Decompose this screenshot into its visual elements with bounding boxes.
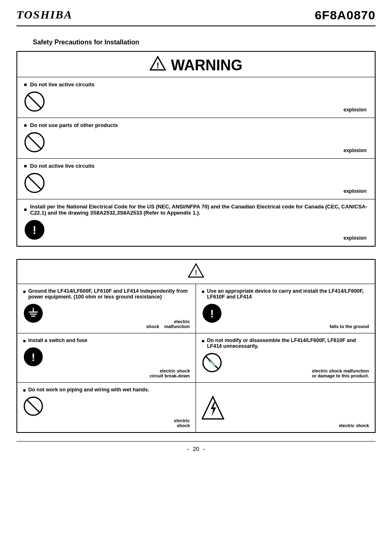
- caution-cell-3-risk: electric shock circuit break-down: [150, 368, 190, 378]
- warning-box: ! WARNING Do not live active circuits ex…: [16, 51, 376, 247]
- no-circle-icon-3: [24, 189, 45, 195]
- svg-marker-27: [211, 402, 216, 416]
- svg-line-3: [28, 95, 41, 108]
- caution-cell-6-risk: electric shock: [339, 423, 369, 428]
- svg-text:🔧: 🔧: [208, 359, 216, 367]
- warning-item-3: Do not active live circuits explosion: [17, 159, 375, 199]
- svg-text:!: !: [195, 269, 197, 276]
- doc-number: 6F8A0870: [315, 8, 376, 22]
- caution-cell-4-risk: electric shock malfunctionor damage to t…: [312, 368, 369, 378]
- warning-item-1-risk: explosion: [344, 107, 367, 113]
- caution-cell-5-title: Do not work on piping and wiring with we…: [23, 387, 190, 393]
- ground-icon: [23, 319, 44, 325]
- warning-item-3-title: Do not active live circuits: [24, 163, 368, 169]
- svg-line-25: [27, 400, 39, 412]
- warning-triangle-icon: !: [150, 56, 166, 74]
- section-title: Safety Precautions for Installation: [33, 39, 376, 46]
- caution-grid: Ground the LF414/LF600F, LF610F and LF41…: [17, 284, 375, 432]
- caution-cell-4-title: Do not modify or disassemble the LF414/L…: [202, 338, 369, 349]
- caution-cell-5-risk: electric shock: [174, 418, 190, 428]
- no-circle-icon-4: [23, 412, 44, 418]
- no-modify-icon: 🔧: [202, 368, 222, 374]
- warning-item-2-risk: explosion: [344, 148, 367, 153]
- caution-cell-1: Ground the LF414/LF600F, LF610F and LF41…: [17, 284, 196, 333]
- caution-cell-4: Do not modify or disassemble the LF414/L…: [196, 333, 375, 383]
- warning-label: WARNING: [171, 57, 242, 74]
- svg-line-7: [28, 176, 41, 190]
- svg-point-12: [24, 304, 42, 322]
- page-number: － 20 －: [185, 446, 206, 452]
- caution-cell-3: Install a switch and fuse ! electric sho…: [17, 333, 196, 383]
- warning-item-4-risk: explosion: [344, 235, 367, 241]
- caution-cell-5: Do not work on piping and wiring with we…: [17, 383, 196, 432]
- warning-item-4: Install per the National Electrical Code…: [17, 199, 375, 246]
- lightning-icon: [202, 416, 224, 422]
- caution-cell-3-title: Install a switch and fuse: [23, 338, 190, 343]
- warning-item-4-title: Install per the National Electrical Code…: [24, 204, 368, 216]
- no-circle-icon-2: [24, 148, 45, 154]
- caution-cell-6: placeholder electric shock: [196, 383, 375, 432]
- toshiba-logo: TOSHIBA: [16, 8, 72, 21]
- page-footer: － 20 －: [16, 441, 376, 453]
- caution-cell-1-title: Ground the LF414/LF600F, LF610F and LF41…: [23, 288, 190, 300]
- warning-item-1: Do not live active circuits explosion: [17, 77, 375, 118]
- svg-line-5: [28, 136, 41, 149]
- caution-box: ! Ground the LF414/LF600F, LF610F and LF…: [16, 259, 376, 433]
- warning-header: ! WARNING: [17, 52, 375, 77]
- excl-circle-icon-1: !: [24, 236, 45, 242]
- svg-text:!: !: [32, 351, 35, 363]
- warning-item-1-title: Do not live active circuits: [24, 81, 368, 88]
- svg-text:!: !: [32, 224, 36, 236]
- svg-text:!: !: [157, 61, 159, 70]
- svg-text:!: !: [210, 308, 214, 320]
- warning-item-2: Do not use parts of other products explo…: [17, 118, 375, 159]
- no-circle-icon-1: [24, 107, 45, 113]
- warning-item-2-title: Do not use parts of other products: [24, 122, 368, 128]
- caution-cell-2: Use an appropriate device to carry and i…: [196, 284, 375, 333]
- warning-item-3-risk: explosion: [344, 188, 367, 194]
- caution-cell-2-risk: falls to the ground: [330, 324, 369, 329]
- excl-circle-icon-3: !: [23, 362, 44, 368]
- excl-circle-icon-2: !: [202, 319, 222, 325]
- caution-header: !: [17, 260, 375, 284]
- caution-cell-1-risk: electric shock malfunction: [146, 319, 190, 329]
- page-header: TOSHIBA 6F8A0870: [16, 8, 376, 26]
- caution-cell-2-title: Use an appropriate device to carry and i…: [202, 288, 369, 300]
